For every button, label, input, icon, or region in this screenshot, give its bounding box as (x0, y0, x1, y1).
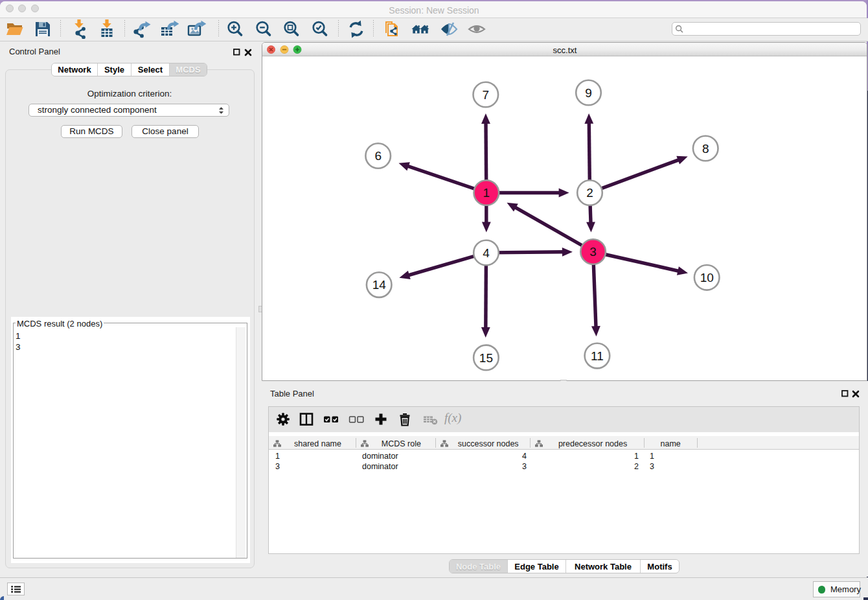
svg-text:8: 8 (702, 142, 709, 156)
svg-text:3: 3 (589, 245, 597, 259)
svg-text:14: 14 (372, 278, 387, 292)
svg-text:11: 11 (591, 349, 604, 363)
svg-text:15: 15 (479, 351, 493, 365)
svg-text:2: 2 (586, 186, 593, 200)
svg-text:9: 9 (585, 86, 592, 100)
svg-text:10: 10 (700, 271, 714, 284)
svg-text:7: 7 (483, 88, 490, 102)
svg-text:1: 1 (483, 186, 490, 200)
svg-text:4: 4 (483, 246, 490, 260)
svg-text:6: 6 (374, 149, 382, 163)
